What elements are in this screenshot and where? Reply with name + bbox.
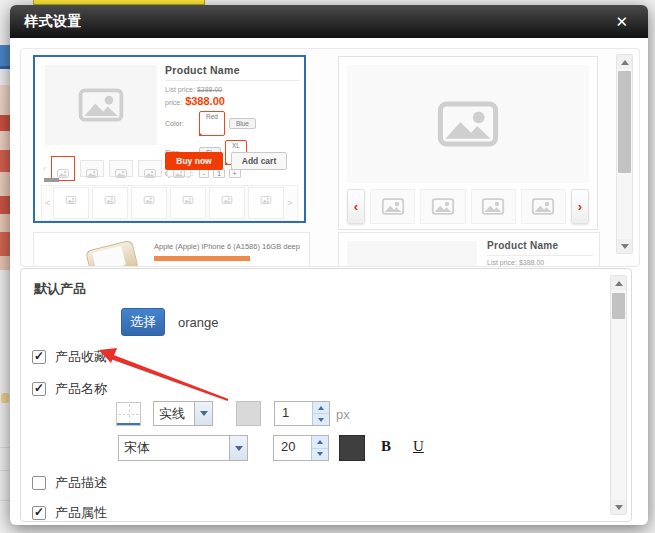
image-placeholder-icon (381, 198, 405, 215)
related-prev-icon[interactable]: < (45, 198, 50, 208)
border-color-swatch[interactable] (236, 401, 261, 426)
thumbnail[interactable] (138, 160, 162, 177)
carousel-thumbnail[interactable] (521, 189, 566, 224)
thumbnail[interactable] (109, 160, 133, 177)
list-item-price-text (154, 256, 250, 261)
image-placeholder-icon (481, 198, 505, 215)
list-price-row: List price: $388.00 (165, 86, 300, 93)
iphone-product-photo (80, 239, 144, 267)
banner-red-text (0, 115, 10, 131)
quantity-value: 1 (213, 169, 225, 178)
related-section-label (44, 178, 59, 182)
scroll-down-icon[interactable] (617, 239, 632, 253)
font-family-select[interactable]: 宋体 (118, 435, 248, 461)
spinner-down-icon[interactable] (313, 414, 329, 425)
checkbox-label: 产品名称 (55, 380, 107, 398)
spinner-up-icon[interactable] (312, 436, 328, 449)
color-option-red[interactable]: Red (199, 111, 225, 136)
border-width-spinner[interactable]: 1 (274, 401, 330, 426)
image-placeholder-icon (437, 101, 499, 147)
related-product-card (131, 187, 167, 219)
related-products-carousel: < > (41, 185, 298, 221)
color-option-row: Color: Red Blue (165, 111, 300, 136)
checkbox-label: 产品收藏 (55, 348, 107, 366)
buy-now-button[interactable]: Buy now (165, 152, 223, 170)
template-card-gallery[interactable]: ‹ › (338, 56, 598, 230)
image-placeholder-icon (104, 190, 116, 198)
settings-scrollbar[interactable] (610, 275, 627, 515)
carousel-prev-icon[interactable]: ‹ (347, 189, 365, 224)
image-placeholder-icon (143, 190, 155, 198)
list-price-row: List price: $388.00 (487, 259, 593, 266)
template-card-list[interactable]: Apple (Apple) iPhone 6 (A1586) 16GB deep (33, 232, 310, 267)
product-name-checkbox[interactable] (32, 382, 46, 396)
carousel-thumbnail[interactable] (370, 189, 415, 224)
related-next-icon[interactable]: > (287, 198, 292, 208)
product-image-placeholder (347, 241, 477, 267)
scroll-up-icon[interactable] (611, 276, 626, 290)
banner-red-text (0, 196, 10, 214)
image-placeholder-icon (144, 164, 156, 173)
template-card-product-detail-2[interactable]: Product Name List price: $388.00 (338, 232, 600, 267)
quantity-plus-button[interactable]: + (229, 169, 241, 178)
default-product-label: 默认产品 (34, 280, 86, 298)
underline-button[interactable]: U (413, 438, 424, 455)
product-description-checkbox[interactable] (32, 476, 46, 490)
select-product-button[interactable]: 选择 (121, 308, 165, 336)
spinner-up-icon[interactable] (313, 402, 329, 414)
product-name: Product Name (487, 240, 593, 256)
list-item-title: Apple (Apple) iPhone 6 (A1586) 16GB deep (154, 242, 304, 251)
action-buttons: Buy now Add cart (165, 152, 287, 170)
scroll-down-icon[interactable] (611, 500, 626, 514)
product-info-column: Product Name List price: $388.00 (487, 240, 593, 266)
product-attributes-checkbox[interactable] (32, 506, 46, 520)
carousel-thumbnail[interactable] (420, 189, 465, 224)
px-unit-label: px (336, 407, 350, 422)
chevron-down-icon[interactable] (229, 436, 247, 460)
scroll-up-icon[interactable] (617, 55, 632, 69)
selected-product-value: orange (178, 315, 218, 330)
checkbox-row-product-description: 产品描述 (32, 475, 107, 491)
font-color-swatch[interactable] (339, 435, 365, 461)
price-row: price: $388.00 (165, 95, 300, 107)
template-preview-panel: Product Name List price: $388.00 price: … (20, 48, 640, 267)
border-style-select[interactable]: 实线 (153, 401, 213, 426)
dialog-title: 样式设置 (24, 13, 82, 31)
related-product-card (170, 187, 206, 219)
product-favorite-checkbox[interactable] (32, 350, 46, 364)
thumb-prev-icon[interactable]: ‹ (43, 164, 46, 173)
checkbox-label: 产品描述 (55, 474, 107, 492)
background-divider (0, 447, 10, 448)
carousel-next-icon[interactable]: › (571, 189, 589, 224)
add-cart-button[interactable]: Add cart (231, 152, 287, 170)
preview-scrollbar[interactable] (616, 54, 633, 254)
image-placeholder-icon (86, 164, 98, 173)
price-value: $388.00 (185, 95, 225, 107)
checkbox-row-product-attributes: 产品属性 (32, 505, 107, 521)
thumbnail[interactable] (80, 160, 104, 177)
scrollbar-thumb[interactable] (618, 71, 631, 173)
carousel-thumbnail[interactable] (471, 189, 516, 224)
related-product-card (248, 187, 284, 219)
background-divider (0, 470, 10, 471)
gallery-carousel: ‹ › (347, 188, 589, 224)
image-placeholder-icon (182, 190, 194, 198)
border-sides-picker[interactable] (116, 402, 141, 426)
spinner-down-icon[interactable] (312, 449, 328, 461)
quantity-minus-button[interactable]: - (199, 169, 209, 178)
related-product-card (53, 187, 89, 219)
image-placeholder-icon (260, 190, 272, 198)
related-product-card (209, 187, 245, 219)
product-image-placeholder (45, 65, 157, 145)
background-blue-line (0, 66, 10, 69)
font-size-spinner[interactable]: 20 (273, 435, 329, 461)
banner-red-text (0, 150, 10, 172)
close-icon[interactable]: ✕ (609, 12, 634, 31)
bold-button[interactable]: B (381, 438, 391, 455)
background-banner-image (0, 85, 10, 270)
template-card-product-detail[interactable]: Product Name List price: $388.00 price: … (33, 55, 306, 223)
color-option-blue[interactable]: Blue (229, 118, 256, 129)
checkbox-row-product-name: 产品名称 (32, 381, 107, 397)
chevron-down-icon[interactable] (194, 402, 212, 425)
scrollbar-thumb[interactable] (612, 293, 625, 319)
